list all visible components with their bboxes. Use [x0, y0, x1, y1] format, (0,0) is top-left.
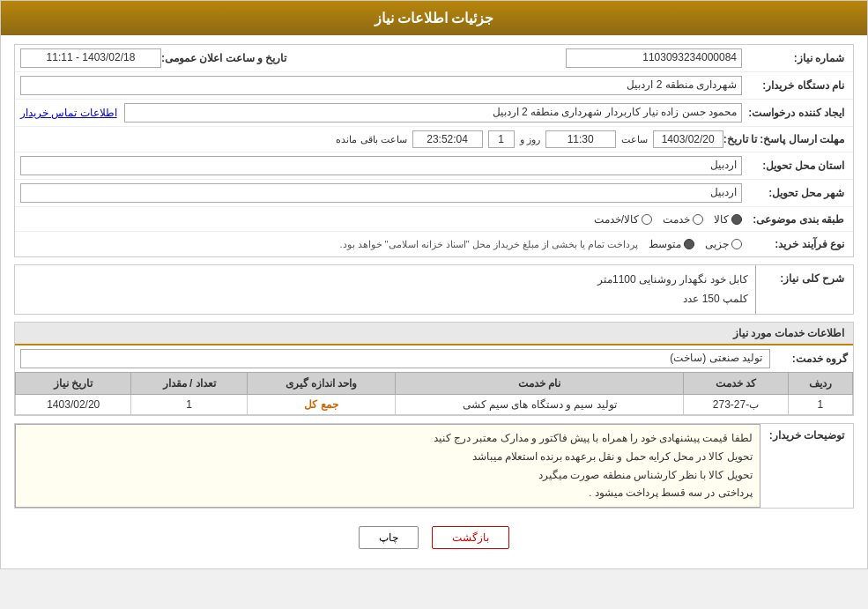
radio-both-icon	[642, 214, 652, 225]
purchase-type-options: جزیی متوسط پرداخت تمام یا بخشی از مبلغ خ…	[20, 238, 742, 250]
services-section: اطلاعات خدمات مورد نیاز گروه خدمت: تولید…	[14, 322, 854, 416]
province-value: اردبیل	[20, 156, 742, 175]
purchase-type-note: پرداخت تمام یا بخشی از مبلغ خریداز محل "…	[20, 239, 638, 250]
col-unit: واحد اندازه گیری	[247, 373, 395, 395]
purchase-type-partial[interactable]: جزیی	[705, 238, 742, 250]
category-option-service[interactable]: خدمت	[663, 213, 703, 226]
buttons-row: بازگشت چاپ	[14, 516, 854, 560]
need-description-section: شرح کلی نیاز: کابل خود نگهدار روشنایی 11…	[14, 264, 854, 315]
deadline-remaining-label: ساعت باقی مانده	[336, 134, 406, 145]
purchase-type-row: نوع فرآیند خرید: جزیی متوسط پرداخت تمام …	[15, 232, 853, 256]
service-group-label: گروه خدمت:	[777, 353, 848, 365]
need-description-value: کابل خود نگهدار روشنایی 1100متر کلمپ 150…	[597, 273, 748, 305]
deadline-day-label: روز و	[520, 134, 540, 145]
comments-label: توضیحات خریدار:	[760, 424, 853, 447]
announcement-date-label: تاریخ و ساعت اعلان عمومی:	[161, 52, 290, 64]
col-quantity: تعداد / مقدار	[131, 373, 247, 395]
comments-section: توضیحات خریدار: لطفا قیمت پیشنهادی خود ر…	[14, 423, 854, 509]
page-header: جزئیات اطلاعات نیاز	[1, 1, 867, 35]
purchase-type-medium-label: متوسط	[649, 238, 681, 250]
buyer-org-row: نام دستگاه خریدار: شهرداری منطقه 2 اردبی…	[15, 72, 853, 100]
category-option-goods[interactable]: کالا	[714, 213, 742, 226]
main-info-section: شماره نیاز: 1103093234000084 تاریخ و ساع…	[14, 44, 854, 257]
category-row: طبقه بندی موضوعی: کالا خدمت کالا/خدمت	[15, 207, 853, 232]
cell-code: ب-27-273	[684, 395, 788, 415]
radio-goods-icon	[731, 214, 742, 225]
deadline-remaining-value: 23:52:04	[412, 130, 483, 148]
comments-content: لطفا قیمت پیشنهادی خود را همراه با پیش ف…	[15, 424, 760, 508]
cell-quantity: 1	[131, 395, 247, 415]
need-number-row: شماره نیاز: 1103093234000084 تاریخ و ساع…	[15, 45, 853, 72]
service-group-row: گروه خدمت: تولید صنعتی (ساخت)	[15, 345, 853, 372]
contact-link[interactable]: اطلاعات تماس خریدار	[20, 107, 117, 119]
back-button[interactable]: بازگشت	[432, 526, 509, 549]
province-row: استان محل تحویل: اردبیل	[15, 152, 853, 180]
category-options: کالا خدمت کالا/خدمت	[20, 213, 742, 226]
purchase-type-medium[interactable]: متوسط	[649, 238, 694, 250]
city-value: اردبیل	[20, 183, 742, 203]
radio-medium-icon	[684, 239, 694, 249]
cell-date: 1403/02/20	[16, 395, 131, 415]
col-name: نام خدمت	[395, 373, 683, 395]
table-header-row: ردیف کد خدمت نام خدمت واحد اندازه گیری ت…	[16, 373, 853, 395]
purchase-type-label: نوع فرآیند خرید:	[742, 238, 848, 250]
col-code: کد خدمت	[684, 373, 788, 395]
need-description-label: شرح کلی نیاز:	[756, 265, 853, 292]
category-service-label: خدمت	[663, 213, 690, 226]
deadline-time-label: ساعت	[621, 134, 648, 145]
buyer-org-label: نام دستگاه خریدار:	[742, 79, 848, 92]
col-row: ردیف	[788, 373, 852, 395]
cell-row: 1	[788, 395, 852, 415]
radio-partial-icon	[731, 239, 742, 249]
deadline-time: 11:30	[545, 130, 616, 148]
deadline-label: مهلت ارسال پاسخ: تا تاریخ:	[723, 133, 848, 145]
deadline-row: مهلت ارسال پاسخ: تا تاریخ: 1403/02/20 سا…	[15, 127, 853, 152]
creator-value: محمود حسن زاده نیار کاربردار شهرداری منط…	[124, 103, 742, 123]
announcement-date-value: 1403/02/18 - 11:11	[20, 48, 161, 68]
creator-row: ایجاد کننده درخواست: محمود حسن زاده نیار…	[15, 100, 853, 127]
print-button[interactable]: چاپ	[359, 526, 419, 549]
table-row: 1 ب-27-273 تولید سیم و دستگاه های سیم کش…	[16, 395, 853, 415]
service-group-value: تولید صنعتی (ساخت)	[20, 349, 770, 368]
purchase-type-partial-label: جزیی	[705, 238, 729, 250]
category-goods-label: کالا	[714, 213, 729, 226]
col-date: تاریخ نیاز	[16, 373, 131, 395]
city-row: شهر محل تحویل: اردبیل	[15, 180, 853, 207]
need-number-value: 1103093234000084	[566, 48, 742, 68]
deadline-date: 1403/02/20	[653, 130, 723, 148]
category-both-label: کالا/خدمت	[594, 213, 639, 226]
creator-label: ایجاد کننده درخواست:	[742, 107, 848, 119]
category-option-both[interactable]: کالا/خدمت	[594, 213, 652, 226]
buyer-org-value: شهرداری منطقه 2 اردبیل	[20, 76, 742, 95]
category-label: طبقه بندی موضوعی:	[742, 213, 848, 226]
cell-name: تولید سیم و دستگاه های سیم کشی	[395, 395, 683, 415]
cell-unit: جمع کل	[247, 395, 395, 415]
radio-service-icon	[693, 214, 703, 225]
province-label: استان محل تحویل:	[742, 160, 848, 172]
services-table: ردیف کد خدمت نام خدمت واحد اندازه گیری ت…	[15, 372, 853, 415]
deadline-day-value: 1	[488, 130, 515, 148]
city-label: شهر محل تحویل:	[742, 187, 848, 199]
services-title: اطلاعات خدمات مورد نیاز	[15, 323, 853, 345]
need-number-label: شماره نیاز:	[742, 52, 848, 64]
